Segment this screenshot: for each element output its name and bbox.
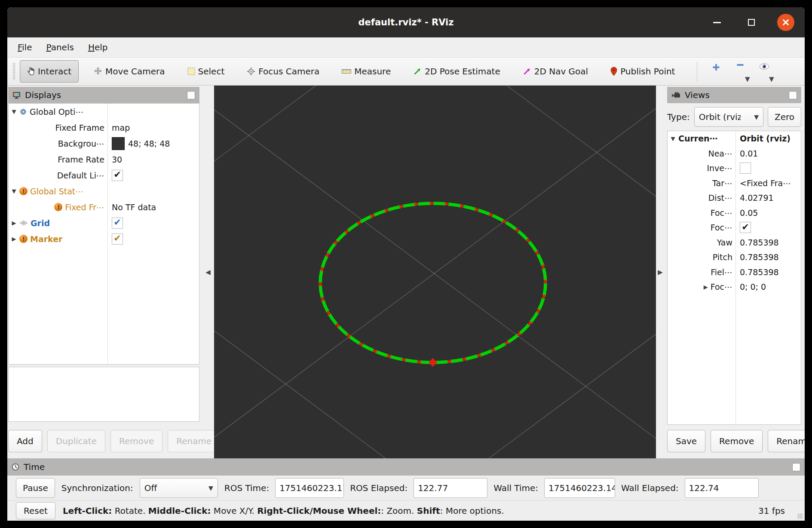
row-label-cell: Fiel⋯: [668, 265, 735, 280]
views-panel-header[interactable]: Views: [667, 87, 801, 103]
display-row-global-stat[interactable]: ▼!Global Stat⋯: [9, 183, 199, 199]
tool-visibility-button[interactable]: ▼: [752, 60, 776, 83]
caret-down-icon[interactable]: ▼: [12, 108, 16, 115]
display-row-backgrou[interactable]: Backgrou⋯48; 48; 48: [9, 135, 199, 151]
tool-2d-pose-estimate[interactable]: 2D Pose Estimate: [406, 60, 508, 83]
caret-down-icon[interactable]: ▼: [671, 135, 675, 142]
chevron-down-icon[interactable]: ▼: [745, 75, 750, 83]
synchronization-dropdown[interactable]: Off ▼: [140, 478, 218, 498]
tool-label: Move Camera: [105, 66, 165, 77]
row-value-cell[interactable]: ✔: [107, 170, 199, 181]
row-value-cell[interactable]: ✔: [107, 233, 199, 245]
display-row-frame-rate[interactable]: Frame Rate30: [9, 151, 199, 167]
maximize-button[interactable]: [743, 14, 760, 31]
ros-elapsed-field[interactable]: 122.77: [414, 478, 487, 498]
chevron-down-icon[interactable]: ▼: [769, 75, 774, 83]
titlebar[interactable]: default.rviz* - RViz: [7, 7, 805, 37]
row-value-cell[interactable]: 0; 0; 0: [735, 282, 801, 292]
displays-duplicate-button[interactable]: Duplicate: [47, 430, 105, 452]
row-value-cell[interactable]: <Fixed Fra⋯: [735, 178, 801, 188]
view-row-nea[interactable]: Nea⋯0.01: [668, 146, 801, 161]
menu-help[interactable]: Help: [88, 42, 108, 52]
views-remove-button[interactable]: Remove: [711, 430, 763, 452]
resize-grip[interactable]: [797, 513, 803, 519]
remove-tool-button[interactable]: ▼: [728, 60, 752, 83]
color-swatch[interactable]: [112, 137, 125, 150]
add-tool-button[interactable]: [704, 60, 728, 83]
row-value-cell[interactable]: [735, 163, 801, 174]
3d-viewport[interactable]: [214, 86, 656, 458]
view-row-foc[interactable]: Foc⋯0.05: [668, 206, 801, 221]
tool-select[interactable]: Select: [180, 60, 232, 83]
tool-measure[interactable]: Measure: [334, 60, 398, 83]
close-button[interactable]: [777, 14, 794, 31]
ros-time-field[interactable]: 1751460223.11: [275, 478, 344, 498]
minimize-button[interactable]: [708, 14, 726, 31]
view-row-dist[interactable]: Dist⋯4.02791: [668, 190, 801, 206]
tool-interact[interactable]: Interact: [20, 60, 79, 83]
right-splitter[interactable]: ▶: [656, 86, 665, 458]
time-float-toggle[interactable]: [792, 463, 800, 471]
displays-panel-header[interactable]: Displays: [8, 87, 199, 103]
views-save-button[interactable]: Save: [667, 430, 705, 452]
view-row-foc[interactable]: Foc⋯✔: [668, 220, 801, 235]
tool-move-camera[interactable]: Move Camera: [86, 60, 172, 83]
row-label: Foc⋯: [711, 208, 732, 218]
zero-button[interactable]: Zero: [768, 107, 801, 127]
caret-down-icon[interactable]: ▼: [12, 188, 16, 194]
views-rename-button[interactable]: Rename: [768, 430, 805, 452]
checkbox-checked[interactable]: ✔: [740, 222, 751, 233]
tool-focus-camera[interactable]: Focus Camera: [239, 60, 327, 83]
toolbar-drag-handle[interactable]: [12, 63, 15, 80]
caret-right-icon[interactable]: ▶: [704, 284, 708, 290]
view-row-tar[interactable]: Tar⋯<Fixed Fra⋯: [668, 176, 801, 191]
view-row-pitch[interactable]: Pitch0.785398: [668, 250, 801, 265]
menu-file[interactable]: File: [18, 42, 32, 52]
display-row-grid[interactable]: ▶Grid✔: [9, 215, 199, 231]
view-row-foc[interactable]: ▶Foc⋯0; 0; 0: [668, 279, 801, 295]
displays-add-button[interactable]: Add: [8, 430, 42, 452]
menu-panels[interactable]: Panels: [46, 42, 74, 52]
row-value-cell[interactable]: 4.02791: [735, 193, 801, 203]
display-row-fixed-frame[interactable]: Fixed Framemap: [9, 120, 199, 135]
tool-publish-point[interactable]: Publish Point: [603, 60, 682, 83]
row-value-cell[interactable]: map: [107, 123, 199, 132]
wall-elapsed-field[interactable]: 122.74: [685, 478, 759, 498]
checkbox-checked[interactable]: ✔: [112, 233, 123, 245]
left-splitter[interactable]: ◀: [202, 86, 214, 458]
time-panel-header[interactable]: Time: [7, 458, 805, 476]
pause-button[interactable]: Pause: [16, 478, 55, 498]
display-row-default-li[interactable]: Default Li⋯✔: [9, 167, 199, 183]
row-value-cell[interactable]: 0.785398: [735, 252, 801, 262]
row-value-cell[interactable]: 48; 48; 48: [107, 137, 199, 150]
row-value-cell[interactable]: 0.785398: [735, 238, 801, 247]
view-row-yaw[interactable]: Yaw0.785398: [668, 235, 801, 250]
view-row-fiel[interactable]: Fiel⋯0.785398: [668, 265, 801, 280]
view-row-curren[interactable]: ▼Curren⋯Orbit (rviz): [668, 131, 801, 146]
checkbox-unchecked[interactable]: [740, 163, 751, 174]
row-value-cell[interactable]: 0.05: [735, 208, 801, 218]
view-row-inve[interactable]: Inve⋯: [668, 161, 801, 176]
displays-remove-button[interactable]: Remove: [110, 430, 162, 452]
tool-2d-nav-goal[interactable]: 2D Nav Goal: [515, 60, 595, 83]
checkbox-checked[interactable]: ✔: [112, 218, 123, 229]
caret-right-icon[interactable]: ▶: [12, 220, 16, 226]
wall-time-field[interactable]: 1751460223.14: [544, 478, 615, 498]
checkbox-checked[interactable]: ✔: [112, 170, 123, 181]
row-value-cell[interactable]: 30: [107, 155, 199, 164]
tool-label: Publish Point: [620, 66, 675, 77]
views-float-toggle[interactable]: [789, 91, 797, 99]
row-value-cell[interactable]: 0.785398: [735, 267, 801, 277]
display-row-marker[interactable]: ▶!Marker✔: [9, 231, 199, 247]
view-type-dropdown[interactable]: Orbit (rviz) ▼: [694, 107, 763, 127]
display-row-global-opti[interactable]: ▼Global Opti⋯: [9, 104, 199, 120]
row-value-cell[interactable]: ✔: [735, 222, 801, 233]
row-value-cell[interactable]: Orbit (rviz): [735, 134, 801, 143]
reset-button[interactable]: Reset: [16, 502, 55, 519]
row-value-cell[interactable]: ✔: [107, 218, 199, 229]
row-value-cell[interactable]: No TF data: [107, 203, 199, 212]
displays-float-toggle[interactable]: [187, 91, 195, 99]
display-row-fixed-fr[interactable]: !Fixed Fr⋯No TF data: [9, 199, 199, 215]
row-value-cell[interactable]: 0.01: [735, 149, 801, 158]
caret-right-icon[interactable]: ▶: [12, 236, 16, 242]
